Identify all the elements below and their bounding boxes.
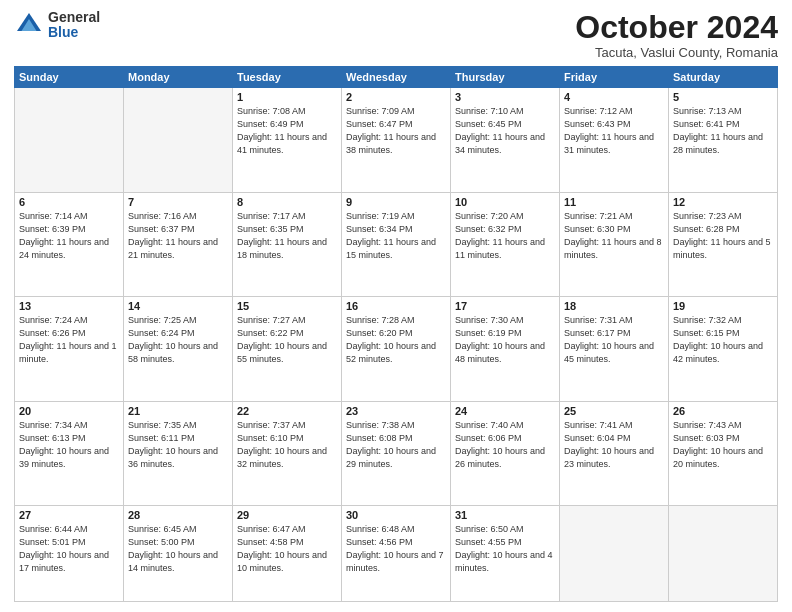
day-info: Sunrise: 7:24 AM Sunset: 6:26 PM Dayligh… — [19, 314, 119, 366]
day-number: 22 — [237, 405, 337, 417]
calendar-cell: 29Sunrise: 6:47 AM Sunset: 4:58 PM Dayli… — [233, 506, 342, 602]
calendar-cell: 27Sunrise: 6:44 AM Sunset: 5:01 PM Dayli… — [15, 506, 124, 602]
logo-text: General Blue — [48, 10, 100, 41]
calendar-cell: 28Sunrise: 6:45 AM Sunset: 5:00 PM Dayli… — [124, 506, 233, 602]
day-info: Sunrise: 7:13 AM Sunset: 6:41 PM Dayligh… — [673, 105, 773, 157]
calendar-week-1: 6Sunrise: 7:14 AM Sunset: 6:39 PM Daylig… — [15, 192, 778, 297]
day-number: 28 — [128, 509, 228, 521]
day-info: Sunrise: 7:21 AM Sunset: 6:30 PM Dayligh… — [564, 210, 664, 262]
day-info: Sunrise: 7:37 AM Sunset: 6:10 PM Dayligh… — [237, 419, 337, 471]
logo: General Blue — [14, 10, 100, 41]
month-title: October 2024 — [575, 10, 778, 45]
day-info: Sunrise: 7:16 AM Sunset: 6:37 PM Dayligh… — [128, 210, 228, 262]
day-number: 23 — [346, 405, 446, 417]
day-number: 31 — [455, 509, 555, 521]
calendar-cell — [669, 506, 778, 602]
calendar-cell — [15, 88, 124, 193]
day-number: 10 — [455, 196, 555, 208]
day-number: 13 — [19, 300, 119, 312]
day-info: Sunrise: 7:19 AM Sunset: 6:34 PM Dayligh… — [346, 210, 446, 262]
weekday-header-sunday: Sunday — [15, 67, 124, 88]
calendar-cell: 15Sunrise: 7:27 AM Sunset: 6:22 PM Dayli… — [233, 297, 342, 402]
day-number: 8 — [237, 196, 337, 208]
calendar-cell — [560, 506, 669, 602]
day-number: 19 — [673, 300, 773, 312]
calendar-cell: 22Sunrise: 7:37 AM Sunset: 6:10 PM Dayli… — [233, 401, 342, 506]
day-info: Sunrise: 7:23 AM Sunset: 6:28 PM Dayligh… — [673, 210, 773, 262]
title-block: October 2024 Tacuta, Vaslui County, Roma… — [575, 10, 778, 60]
calendar-cell: 31Sunrise: 6:50 AM Sunset: 4:55 PM Dayli… — [451, 506, 560, 602]
day-info: Sunrise: 7:25 AM Sunset: 6:24 PM Dayligh… — [128, 314, 228, 366]
day-info: Sunrise: 7:10 AM Sunset: 6:45 PM Dayligh… — [455, 105, 555, 157]
calendar-cell: 5Sunrise: 7:13 AM Sunset: 6:41 PM Daylig… — [669, 88, 778, 193]
day-number: 29 — [237, 509, 337, 521]
day-number: 1 — [237, 91, 337, 103]
day-number: 26 — [673, 405, 773, 417]
day-info: Sunrise: 7:28 AM Sunset: 6:20 PM Dayligh… — [346, 314, 446, 366]
logo-general-text: General — [48, 10, 100, 25]
header: General Blue October 2024 Tacuta, Vaslui… — [14, 10, 778, 60]
logo-icon — [14, 10, 44, 40]
day-info: Sunrise: 7:20 AM Sunset: 6:32 PM Dayligh… — [455, 210, 555, 262]
calendar-cell: 3Sunrise: 7:10 AM Sunset: 6:45 PM Daylig… — [451, 88, 560, 193]
day-number: 30 — [346, 509, 446, 521]
day-number: 4 — [564, 91, 664, 103]
weekday-header-wednesday: Wednesday — [342, 67, 451, 88]
day-number: 21 — [128, 405, 228, 417]
day-info: Sunrise: 7:34 AM Sunset: 6:13 PM Dayligh… — [19, 419, 119, 471]
day-number: 17 — [455, 300, 555, 312]
day-number: 12 — [673, 196, 773, 208]
calendar-cell: 2Sunrise: 7:09 AM Sunset: 6:47 PM Daylig… — [342, 88, 451, 193]
day-info: Sunrise: 7:31 AM Sunset: 6:17 PM Dayligh… — [564, 314, 664, 366]
calendar-cell: 8Sunrise: 7:17 AM Sunset: 6:35 PM Daylig… — [233, 192, 342, 297]
weekday-header-saturday: Saturday — [669, 67, 778, 88]
day-info: Sunrise: 7:12 AM Sunset: 6:43 PM Dayligh… — [564, 105, 664, 157]
day-info: Sunrise: 7:08 AM Sunset: 6:49 PM Dayligh… — [237, 105, 337, 157]
day-info: Sunrise: 7:43 AM Sunset: 6:03 PM Dayligh… — [673, 419, 773, 471]
day-info: Sunrise: 7:09 AM Sunset: 6:47 PM Dayligh… — [346, 105, 446, 157]
calendar-week-4: 27Sunrise: 6:44 AM Sunset: 5:01 PM Dayli… — [15, 506, 778, 602]
subtitle: Tacuta, Vaslui County, Romania — [575, 45, 778, 60]
weekday-header-thursday: Thursday — [451, 67, 560, 88]
day-info: Sunrise: 7:17 AM Sunset: 6:35 PM Dayligh… — [237, 210, 337, 262]
calendar-cell: 1Sunrise: 7:08 AM Sunset: 6:49 PM Daylig… — [233, 88, 342, 193]
day-number: 20 — [19, 405, 119, 417]
day-info: Sunrise: 7:30 AM Sunset: 6:19 PM Dayligh… — [455, 314, 555, 366]
calendar-cell: 20Sunrise: 7:34 AM Sunset: 6:13 PM Dayli… — [15, 401, 124, 506]
calendar-week-3: 20Sunrise: 7:34 AM Sunset: 6:13 PM Dayli… — [15, 401, 778, 506]
calendar-cell: 10Sunrise: 7:20 AM Sunset: 6:32 PM Dayli… — [451, 192, 560, 297]
calendar-cell: 7Sunrise: 7:16 AM Sunset: 6:37 PM Daylig… — [124, 192, 233, 297]
calendar: SundayMondayTuesdayWednesdayThursdayFrid… — [14, 66, 778, 602]
calendar-cell: 18Sunrise: 7:31 AM Sunset: 6:17 PM Dayli… — [560, 297, 669, 402]
day-number: 27 — [19, 509, 119, 521]
day-number: 7 — [128, 196, 228, 208]
calendar-body: 1Sunrise: 7:08 AM Sunset: 6:49 PM Daylig… — [15, 88, 778, 602]
day-number: 16 — [346, 300, 446, 312]
day-info: Sunrise: 7:38 AM Sunset: 6:08 PM Dayligh… — [346, 419, 446, 471]
calendar-cell: 4Sunrise: 7:12 AM Sunset: 6:43 PM Daylig… — [560, 88, 669, 193]
calendar-cell: 13Sunrise: 7:24 AM Sunset: 6:26 PM Dayli… — [15, 297, 124, 402]
calendar-cell — [124, 88, 233, 193]
day-info: Sunrise: 6:50 AM Sunset: 4:55 PM Dayligh… — [455, 523, 555, 575]
calendar-cell: 24Sunrise: 7:40 AM Sunset: 6:06 PM Dayli… — [451, 401, 560, 506]
calendar-header: SundayMondayTuesdayWednesdayThursdayFrid… — [15, 67, 778, 88]
calendar-cell: 14Sunrise: 7:25 AM Sunset: 6:24 PM Dayli… — [124, 297, 233, 402]
day-number: 18 — [564, 300, 664, 312]
weekday-header-monday: Monday — [124, 67, 233, 88]
day-info: Sunrise: 7:14 AM Sunset: 6:39 PM Dayligh… — [19, 210, 119, 262]
logo-blue-text: Blue — [48, 25, 100, 40]
day-number: 2 — [346, 91, 446, 103]
day-number: 14 — [128, 300, 228, 312]
day-info: Sunrise: 6:44 AM Sunset: 5:01 PM Dayligh… — [19, 523, 119, 575]
calendar-cell: 9Sunrise: 7:19 AM Sunset: 6:34 PM Daylig… — [342, 192, 451, 297]
day-info: Sunrise: 6:45 AM Sunset: 5:00 PM Dayligh… — [128, 523, 228, 575]
page: General Blue October 2024 Tacuta, Vaslui… — [0, 0, 792, 612]
calendar-cell: 19Sunrise: 7:32 AM Sunset: 6:15 PM Dayli… — [669, 297, 778, 402]
day-info: Sunrise: 7:40 AM Sunset: 6:06 PM Dayligh… — [455, 419, 555, 471]
day-number: 3 — [455, 91, 555, 103]
calendar-cell: 21Sunrise: 7:35 AM Sunset: 6:11 PM Dayli… — [124, 401, 233, 506]
day-number: 15 — [237, 300, 337, 312]
day-info: Sunrise: 6:48 AM Sunset: 4:56 PM Dayligh… — [346, 523, 446, 575]
day-number: 6 — [19, 196, 119, 208]
day-info: Sunrise: 7:35 AM Sunset: 6:11 PM Dayligh… — [128, 419, 228, 471]
